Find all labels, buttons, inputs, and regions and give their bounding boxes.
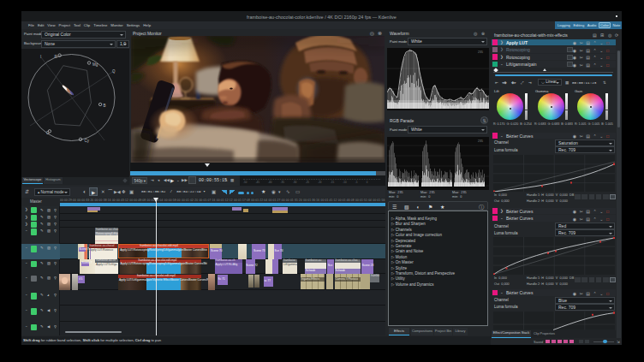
svg-text:Q: Q — [112, 69, 116, 74]
svg-text:G: G — [46, 131, 50, 135]
svg-text:235: 235 — [478, 139, 483, 143]
svg-text:Mg: Mg — [92, 62, 98, 67]
svg-text:235: 235 — [478, 50, 483, 54]
svg-text:I: I — [40, 55, 41, 59]
svg-text:B: B — [104, 104, 106, 108]
svg-text:Cy: Cy — [85, 139, 90, 143]
